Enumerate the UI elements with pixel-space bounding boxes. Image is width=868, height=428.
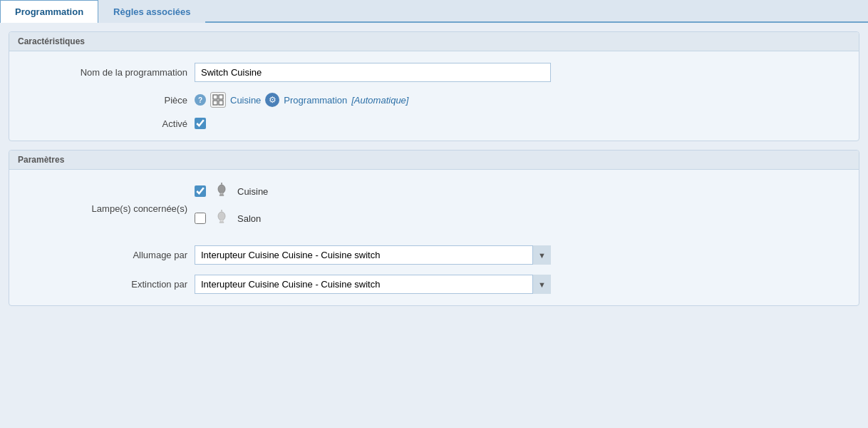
allumage-label: Allumage par xyxy=(24,250,195,260)
lamp-row-salon: Salon xyxy=(195,208,268,228)
lamp-salon-icon xyxy=(212,208,232,228)
tab-programmation[interactable]: Programmation xyxy=(0,0,98,23)
svg-rect-11 xyxy=(219,222,224,223)
piece-label: Pièce xyxy=(24,95,195,106)
lampes-value-container: Cuisine xyxy=(195,181,844,235)
active-row: Activé xyxy=(24,118,844,129)
lamp-cuisine-icon xyxy=(212,181,232,201)
caracteristiques-section: Caractéristiques Nom de la programmation… xyxy=(9,31,859,141)
piece-row: Pièce ? xyxy=(24,92,844,108)
extinction-row: Extinction par Interupteur Cuisine Cuisi… xyxy=(24,275,844,294)
extinction-select[interactable]: Interupteur Cuisine Cuisine - Cuisine sw… xyxy=(195,275,551,294)
lamp-cuisine-checkbox[interactable] xyxy=(195,185,206,197)
help-icon[interactable]: ? xyxy=(195,94,206,106)
svg-point-4 xyxy=(218,185,225,193)
tab-regles[interactable]: Règles associées xyxy=(98,0,205,23)
extinction-label: Extinction par xyxy=(24,279,195,290)
caracteristiques-header: Caractéristiques xyxy=(9,32,859,51)
allumage-select[interactable]: Interupteur Cuisine Cuisine - Cuisine sw… xyxy=(195,245,551,265)
extinction-value-container: Interupteur Cuisine Cuisine - Cuisine sw… xyxy=(195,275,844,294)
lamp-cuisine-name: Cuisine xyxy=(237,186,268,197)
piece-container: ? Cuisine xyxy=(195,92,408,108)
active-label: Activé xyxy=(24,118,195,129)
nom-row: Nom de la programmation xyxy=(24,63,844,82)
allumage-select-wrapper: Interupteur Cuisine Cuisine - Cuisine sw… xyxy=(195,245,551,265)
main-content: Caractéristiques Nom de la programmation… xyxy=(0,23,868,323)
room-grid-icon xyxy=(210,92,226,108)
piece-cuisine-link[interactable]: Cuisine xyxy=(230,95,261,106)
svg-rect-5 xyxy=(220,193,223,195)
nom-label: Nom de la programmation xyxy=(24,67,195,78)
lamp-salon-checkbox[interactable] xyxy=(195,213,206,224)
svg-rect-1 xyxy=(219,95,223,99)
gear-icon: ⚙ xyxy=(265,93,279,107)
svg-rect-10 xyxy=(220,220,223,222)
caracteristiques-body: Nom de la programmation Pièce ? xyxy=(9,51,859,141)
active-checkbox[interactable] xyxy=(195,118,206,129)
nom-value-container xyxy=(195,63,844,82)
svg-rect-0 xyxy=(213,95,217,99)
allumage-value-container: Interupteur Cuisine Cuisine - Cuisine sw… xyxy=(195,245,844,265)
piece-prog-link[interactable]: Programmation xyxy=(284,95,347,106)
svg-point-9 xyxy=(218,212,225,220)
extinction-select-wrapper: Interupteur Cuisine Cuisine - Cuisine sw… xyxy=(195,275,551,294)
lampes-label: Lampe(s) concernée(s) xyxy=(24,203,195,214)
auto-text: [Automatique] xyxy=(351,95,408,106)
parametres-header: Paramètres xyxy=(9,151,859,170)
piece-value-container: ? Cuisine xyxy=(195,92,844,108)
nom-input[interactable] xyxy=(195,63,551,82)
allumage-row: Allumage par Interupteur Cuisine Cuisine… xyxy=(24,245,844,265)
parametres-section: Paramètres Lampe(s) concernée(s) xyxy=(9,150,859,306)
lamp-row-cuisine: Cuisine xyxy=(195,181,268,201)
svg-rect-2 xyxy=(213,101,217,105)
active-value-container xyxy=(195,118,844,129)
svg-rect-3 xyxy=(219,101,223,105)
tab-bar: Programmation Règles associées xyxy=(0,0,868,23)
lamp-salon-name: Salon xyxy=(237,213,261,224)
svg-rect-6 xyxy=(219,195,224,196)
lampes-row: Lampe(s) concernée(s) xyxy=(24,181,844,235)
lampes-list: Cuisine xyxy=(195,181,268,235)
parametres-body: Lampe(s) concernée(s) xyxy=(9,170,859,305)
